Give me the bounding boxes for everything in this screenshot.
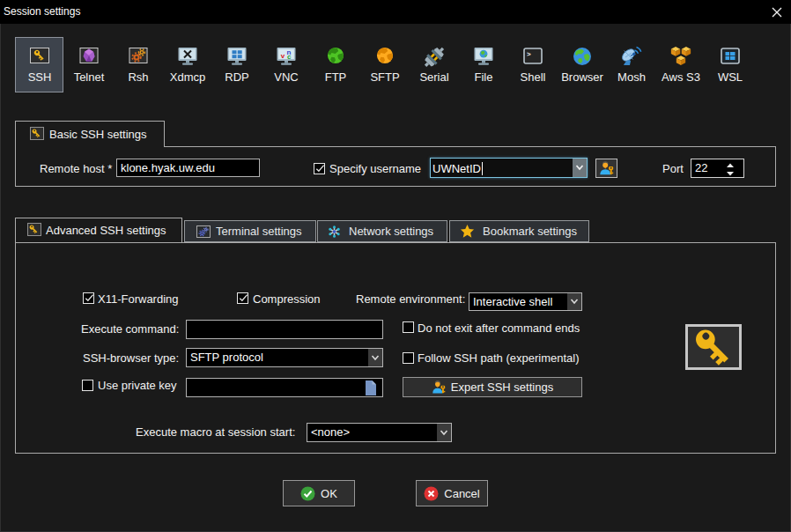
- svg-text:v: v: [281, 52, 285, 60]
- svg-text:c: c: [287, 53, 292, 61]
- svg-text:>: >: [527, 50, 531, 58]
